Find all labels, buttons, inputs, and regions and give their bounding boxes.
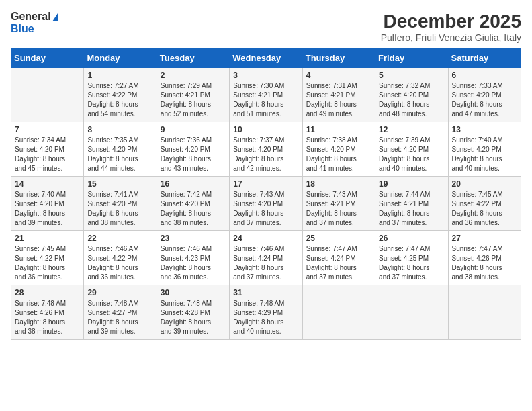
day-info: Sunrise: 7:38 AM Sunset: 4:20 PM Dayligh… <box>306 136 371 173</box>
calendar-cell: 2Sunrise: 7:29 AM Sunset: 4:21 PM Daylig… <box>157 68 229 122</box>
day-number: 29 <box>87 288 152 298</box>
calendar-cell: 20Sunrise: 7:45 AM Sunset: 4:22 PM Dayli… <box>448 177 521 231</box>
day-info: Sunrise: 7:36 AM Sunset: 4:20 PM Dayligh… <box>161 136 226 173</box>
day-number: 1 <box>87 71 152 80</box>
title-block: December 2025 Pulfero, Friuli Venezia Gi… <box>381 11 521 43</box>
calendar-cell: 19Sunrise: 7:44 AM Sunset: 4:21 PM Dayli… <box>375 177 448 231</box>
day-number: 4 <box>306 71 371 80</box>
day-number: 11 <box>306 125 371 134</box>
calendar-cell: 23Sunrise: 7:46 AM Sunset: 4:23 PM Dayli… <box>157 231 229 285</box>
week-row-2: 14Sunrise: 7:40 AM Sunset: 4:20 PM Dayli… <box>11 177 521 231</box>
month-title: December 2025 <box>381 11 521 32</box>
logo-text: General Blue <box>11 11 58 34</box>
calendar-cell: 3Sunrise: 7:30 AM Sunset: 4:21 PM Daylig… <box>230 68 302 122</box>
day-info: Sunrise: 7:43 AM Sunset: 4:21 PM Dayligh… <box>306 190 371 228</box>
day-info: Sunrise: 7:43 AM Sunset: 4:20 PM Dayligh… <box>233 190 298 228</box>
calendar-cell: 14Sunrise: 7:40 AM Sunset: 4:20 PM Dayli… <box>11 177 84 231</box>
day-info: Sunrise: 7:46 AM Sunset: 4:24 PM Dayligh… <box>233 244 298 282</box>
day-number: 24 <box>233 234 298 243</box>
calendar-cell: 29Sunrise: 7:48 AM Sunset: 4:27 PM Dayli… <box>84 285 157 340</box>
day-number: 27 <box>452 234 517 243</box>
calendar-cell <box>11 68 84 122</box>
day-number: 6 <box>452 71 517 80</box>
day-info: Sunrise: 7:41 AM Sunset: 4:20 PM Dayligh… <box>87 190 152 228</box>
calendar-cell: 4Sunrise: 7:31 AM Sunset: 4:21 PM Daylig… <box>302 68 375 122</box>
week-row-1: 7Sunrise: 7:34 AM Sunset: 4:20 PM Daylig… <box>11 122 521 177</box>
day-number: 28 <box>15 288 80 298</box>
calendar-cell: 13Sunrise: 7:40 AM Sunset: 4:20 PM Dayli… <box>448 122 521 177</box>
day-number: 17 <box>233 179 298 189</box>
day-number: 3 <box>233 71 298 80</box>
day-number: 30 <box>161 288 226 298</box>
day-info: Sunrise: 7:40 AM Sunset: 4:20 PM Dayligh… <box>15 190 80 228</box>
day-number: 8 <box>87 125 152 134</box>
day-number: 14 <box>15 179 80 189</box>
header-day-thursday: Thursday <box>302 49 375 68</box>
day-number: 21 <box>15 234 80 243</box>
day-number: 23 <box>161 234 226 243</box>
calendar-cell: 24Sunrise: 7:46 AM Sunset: 4:24 PM Dayli… <box>230 231 302 285</box>
calendar-cell: 27Sunrise: 7:47 AM Sunset: 4:26 PM Dayli… <box>448 231 521 285</box>
day-info: Sunrise: 7:27 AM Sunset: 4:22 PM Dayligh… <box>87 81 152 119</box>
calendar-cell: 22Sunrise: 7:46 AM Sunset: 4:22 PM Dayli… <box>84 231 157 285</box>
header-day-tuesday: Tuesday <box>157 49 229 68</box>
day-info: Sunrise: 7:48 AM Sunset: 4:28 PM Dayligh… <box>161 299 226 336</box>
day-info: Sunrise: 7:47 AM Sunset: 4:24 PM Dayligh… <box>306 244 371 282</box>
calendar-cell: 31Sunrise: 7:48 AM Sunset: 4:29 PM Dayli… <box>230 285 302 340</box>
calendar-cell: 11Sunrise: 7:38 AM Sunset: 4:20 PM Dayli… <box>302 122 375 177</box>
day-number: 9 <box>161 125 226 134</box>
calendar-cell <box>302 285 375 340</box>
day-info: Sunrise: 7:48 AM Sunset: 4:29 PM Dayligh… <box>233 299 298 336</box>
day-info: Sunrise: 7:45 AM Sunset: 4:22 PM Dayligh… <box>15 244 80 282</box>
day-number: 20 <box>452 179 517 189</box>
calendar-cell: 8Sunrise: 7:35 AM Sunset: 4:20 PM Daylig… <box>84 122 157 177</box>
day-number: 16 <box>161 179 226 189</box>
header-day-wednesday: Wednesday <box>230 49 302 68</box>
calendar-cell: 7Sunrise: 7:34 AM Sunset: 4:20 PM Daylig… <box>11 122 84 177</box>
day-number: 7 <box>15 125 80 134</box>
calendar-cell: 25Sunrise: 7:47 AM Sunset: 4:24 PM Dayli… <box>302 231 375 285</box>
week-row-3: 21Sunrise: 7:45 AM Sunset: 4:22 PM Dayli… <box>11 231 521 285</box>
day-info: Sunrise: 7:40 AM Sunset: 4:20 PM Dayligh… <box>452 136 517 173</box>
day-number: 13 <box>452 125 517 134</box>
day-info: Sunrise: 7:37 AM Sunset: 4:20 PM Dayligh… <box>233 136 298 173</box>
day-info: Sunrise: 7:39 AM Sunset: 4:20 PM Dayligh… <box>379 136 444 173</box>
day-number: 22 <box>87 234 152 243</box>
calendar-cell: 21Sunrise: 7:45 AM Sunset: 4:22 PM Dayli… <box>11 231 84 285</box>
day-info: Sunrise: 7:31 AM Sunset: 4:21 PM Dayligh… <box>306 81 371 119</box>
calendar-cell: 5Sunrise: 7:32 AM Sunset: 4:20 PM Daylig… <box>375 68 448 122</box>
header-day-sunday: Sunday <box>11 49 84 68</box>
header-day-friday: Friday <box>375 49 448 68</box>
calendar-cell: 12Sunrise: 7:39 AM Sunset: 4:20 PM Dayli… <box>375 122 448 177</box>
day-number: 31 <box>233 288 298 298</box>
day-number: 2 <box>161 71 226 80</box>
day-info: Sunrise: 7:47 AM Sunset: 4:26 PM Dayligh… <box>452 244 517 282</box>
day-info: Sunrise: 7:47 AM Sunset: 4:25 PM Dayligh… <box>379 244 444 282</box>
week-row-0: 1Sunrise: 7:27 AM Sunset: 4:22 PM Daylig… <box>11 68 521 122</box>
header-day-saturday: Saturday <box>448 49 521 68</box>
calendar-cell: 18Sunrise: 7:43 AM Sunset: 4:21 PM Dayli… <box>302 177 375 231</box>
day-info: Sunrise: 7:45 AM Sunset: 4:22 PM Dayligh… <box>452 190 517 228</box>
calendar-cell: 9Sunrise: 7:36 AM Sunset: 4:20 PM Daylig… <box>157 122 229 177</box>
calendar-cell: 1Sunrise: 7:27 AM Sunset: 4:22 PM Daylig… <box>84 68 157 122</box>
day-number: 26 <box>379 234 444 243</box>
location-subtitle: Pulfero, Friuli Venezia Giulia, Italy <box>381 32 521 43</box>
day-info: Sunrise: 7:33 AM Sunset: 4:20 PM Dayligh… <box>452 81 517 119</box>
day-info: Sunrise: 7:44 AM Sunset: 4:21 PM Dayligh… <box>379 190 444 228</box>
day-info: Sunrise: 7:42 AM Sunset: 4:20 PM Dayligh… <box>161 190 226 228</box>
day-info: Sunrise: 7:29 AM Sunset: 4:21 PM Dayligh… <box>161 81 226 119</box>
day-info: Sunrise: 7:34 AM Sunset: 4:20 PM Dayligh… <box>15 136 80 173</box>
day-info: Sunrise: 7:35 AM Sunset: 4:20 PM Dayligh… <box>87 136 152 173</box>
calendar-cell: 28Sunrise: 7:48 AM Sunset: 4:26 PM Dayli… <box>11 285 84 340</box>
day-number: 12 <box>379 125 444 134</box>
header-row: SundayMondayTuesdayWednesdayThursdayFrid… <box>11 49 521 68</box>
calendar-cell <box>375 285 448 340</box>
day-number: 19 <box>379 179 444 189</box>
page-header: General Blue December 2025 Pulfero, Friu… <box>11 11 521 43</box>
day-number: 25 <box>306 234 371 243</box>
day-info: Sunrise: 7:30 AM Sunset: 4:21 PM Dayligh… <box>233 81 298 119</box>
calendar-table: SundayMondayTuesdayWednesdayThursdayFrid… <box>11 48 521 340</box>
day-info: Sunrise: 7:48 AM Sunset: 4:27 PM Dayligh… <box>87 299 152 336</box>
day-info: Sunrise: 7:48 AM Sunset: 4:26 PM Dayligh… <box>15 299 80 336</box>
calendar-cell: 17Sunrise: 7:43 AM Sunset: 4:20 PM Dayli… <box>230 177 302 231</box>
